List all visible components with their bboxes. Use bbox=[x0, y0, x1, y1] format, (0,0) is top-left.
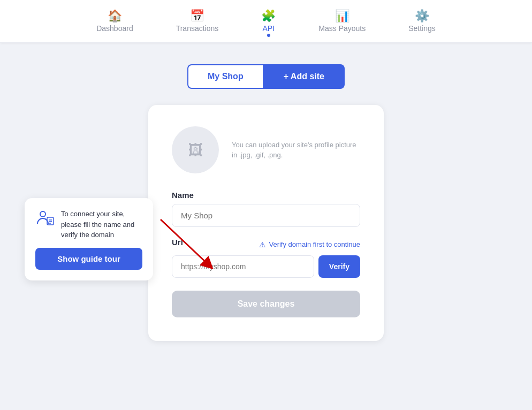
url-field-label: Url bbox=[172, 238, 183, 247]
save-changes-button[interactable]: Save changes bbox=[172, 291, 360, 317]
url-warning-message: Verify domain first to continue bbox=[269, 240, 360, 248]
image-upload-area[interactable]: 🖼 bbox=[172, 126, 219, 173]
guide-popup-top: To connect your site, please fill the na… bbox=[35, 209, 142, 240]
nav-label-api: API bbox=[263, 24, 275, 33]
nav-label-transactions: Transactions bbox=[176, 24, 219, 33]
nav-item-mass-payouts[interactable]: 📊 Mass Payouts bbox=[310, 6, 374, 37]
svg-point-0 bbox=[40, 211, 45, 217]
url-warning-text: ⚠ Verify domain first to continue bbox=[259, 240, 360, 249]
nav-label-settings: Settings bbox=[408, 24, 436, 33]
url-label-row: Url ⚠ Verify domain first to continue bbox=[172, 238, 360, 251]
nav-item-api[interactable]: 🧩 API bbox=[253, 6, 284, 37]
image-placeholder-icon: 🖼 bbox=[188, 141, 203, 159]
name-field-label: Name bbox=[172, 191, 360, 200]
tab-row: My Shop + Add site bbox=[187, 64, 345, 89]
nav-item-settings[interactable]: ⚙️ Settings bbox=[400, 6, 444, 37]
url-input-row: Verify bbox=[172, 255, 360, 278]
mass-payouts-icon: 📊 bbox=[335, 10, 349, 22]
tab-my-shop[interactable]: My Shop bbox=[187, 64, 263, 89]
nav-item-dashboard[interactable]: 🏠 Dashboard bbox=[88, 6, 142, 37]
guide-tour-popup: To connect your site, please fill the na… bbox=[25, 198, 153, 280]
navigation-bar: 🏠 Dashboard 📅 Transactions 🧩 API 📊 Mass … bbox=[0, 0, 532, 43]
main-content: My Shop + Add site 🖼 You can upload your… bbox=[0, 43, 532, 362]
active-indicator-dot bbox=[267, 34, 270, 37]
name-input[interactable] bbox=[172, 204, 360, 227]
image-upload-row: 🖼 You can upload your site's profile pic… bbox=[172, 126, 360, 173]
image-hint-text: You can upload your site's profile pictu… bbox=[232, 140, 360, 161]
nav-item-transactions[interactable]: 📅 Transactions bbox=[168, 6, 227, 37]
settings-icon: ⚙️ bbox=[415, 10, 429, 22]
dashboard-icon: 🏠 bbox=[108, 10, 122, 22]
transactions-icon: 📅 bbox=[190, 10, 204, 22]
tab-add-site[interactable]: + Add site bbox=[263, 64, 345, 89]
api-icon: 🧩 bbox=[261, 10, 276, 22]
guide-popup-icon bbox=[35, 209, 55, 232]
verify-button[interactable]: Verify bbox=[318, 255, 360, 278]
guide-popup-text: To connect your site, please fill the na… bbox=[61, 209, 142, 240]
nav-label-mass-payouts: Mass Payouts bbox=[318, 24, 366, 33]
nav-label-dashboard: Dashboard bbox=[96, 24, 133, 33]
site-card: 🖼 You can upload your site's profile pic… bbox=[148, 105, 384, 341]
warning-icon: ⚠ bbox=[259, 240, 266, 249]
url-input[interactable] bbox=[172, 255, 314, 278]
show-guide-tour-button[interactable]: Show guide tour bbox=[35, 248, 142, 270]
